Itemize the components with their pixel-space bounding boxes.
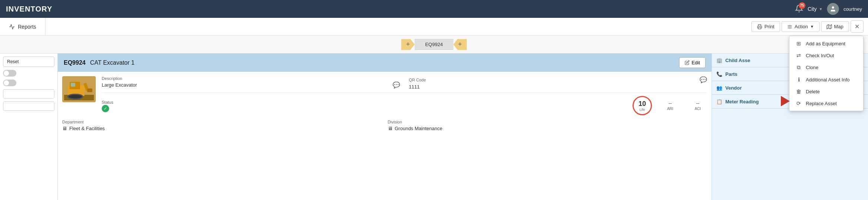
description-value: Large Excavator [102, 82, 137, 88]
reports-icon [9, 24, 15, 30]
user-avatar[interactable] [827, 3, 839, 15]
description-label: Description [102, 76, 400, 81]
svg-rect-15 [87, 88, 92, 92]
parts-title: 📞 Parts [716, 71, 738, 77]
map-button[interactable]: Map [821, 21, 849, 32]
print-icon [757, 24, 762, 29]
add-equipment-icon: ⊞ [795, 41, 802, 46]
tab-bar: + EQ9924 + [0, 36, 868, 54]
dropdown-additional-info[interactable]: ℹ Additional Asset Info [789, 74, 863, 86]
meter-label: Meter Reading [725, 99, 759, 104]
additional-info-label: Additional Asset Info [806, 77, 850, 83]
department-value-row: 🖥 Fleet & Facilities [62, 126, 382, 131]
toggle-2[interactable] [3, 80, 16, 86]
excavator-image [64, 78, 94, 100]
select-row[interactable]: ▼ [3, 89, 54, 99]
division-value: Grounds Maintenance [395, 126, 443, 131]
department-label: Department [62, 120, 382, 124]
department-icon: 🖥 [62, 126, 67, 131]
asset-details: Description Large Excavator 💬 QR Code 💬 … [102, 76, 707, 115]
svg-marker-5 [827, 25, 831, 29]
asset-panel: EQ9924 CAT Excavator 1 Edit [58, 54, 712, 200]
clone-icon: ⧉ [795, 64, 802, 71]
edit-button[interactable]: Edit [679, 57, 706, 68]
left-sidebar: Reset ▼ [0, 54, 58, 200]
map-icon [827, 24, 832, 29]
top-navigation: INVENTORY 75 City ▼ courtney [0, 0, 868, 18]
action-dropdown-menu: ⊞ Add as Equipment ⇄ Check In/Out ⧉ Clon… [789, 36, 864, 111]
app-title: INVENTORY [6, 5, 795, 13]
dropdown-add-equipment[interactable]: ⊞ Add as Equipment [789, 38, 863, 49]
ari-label: ARI [667, 107, 674, 111]
close-button[interactable]: ✕ [850, 20, 864, 33]
qr-code-value: 1111 [409, 84, 707, 90]
select-input[interactable] [3, 90, 54, 98]
action-label: Action [795, 24, 808, 29]
person-icon [830, 6, 836, 12]
reset-button[interactable]: Reset [3, 57, 54, 67]
description-comment-icon[interactable]: 💬 [393, 81, 400, 88]
dropdown-checkin-out[interactable]: ⇄ Check In/Out [789, 49, 863, 61]
info-icon: ℹ [795, 77, 802, 83]
close-icon: ✕ [855, 23, 859, 30]
aci-col: -- ACI [688, 100, 707, 111]
parts-label: Parts [725, 71, 738, 77]
edit-icon [685, 60, 690, 65]
dropdown-replace-asset[interactable]: ⟳ Replace Asset [789, 97, 863, 109]
asset-image [62, 76, 96, 102]
status-row-container: Status ✓ 10 Life -- ARI -- [102, 93, 707, 115]
replace-label: Replace Asset [806, 101, 837, 106]
meter-icon: 📋 [716, 99, 722, 104]
notification-bell[interactable]: 75 [795, 4, 803, 14]
vendor-title: 👥 Vendor [716, 85, 742, 91]
active-tab[interactable]: EQ9924 [415, 39, 453, 50]
city-selector[interactable]: City ▼ [808, 6, 823, 12]
edit-label: Edit [692, 60, 700, 65]
life-value: 10 [639, 100, 646, 108]
qr-comment-icon[interactable]: 💬 [700, 76, 707, 83]
svg-rect-13 [71, 83, 75, 87]
asset-name: CAT Excavator 1 [90, 59, 675, 66]
notification-count: 75 [799, 2, 805, 9]
user-name[interactable]: courtney [843, 6, 862, 12]
division-label: Division [388, 120, 707, 124]
add-equipment-label: Add as Equipment [806, 41, 845, 46]
status-check-icon: ✓ [102, 105, 109, 112]
vendor-icon: 👥 [716, 85, 722, 91]
aci-label: ACI [695, 107, 701, 111]
tab-arrow-right[interactable]: + [453, 39, 467, 50]
print-button[interactable]: Print [751, 21, 780, 32]
tab-plus-left: + [406, 41, 410, 48]
delete-icon: 🗑 [795, 88, 802, 94]
description-row: Description Large Excavator 💬 QR Code 💬 … [102, 76, 707, 90]
aci-value: -- [696, 100, 700, 106]
search-input[interactable] [3, 102, 54, 110]
child-assets-title: 🏢 Child Asse [716, 58, 750, 63]
delete-label: Delete [806, 89, 820, 94]
status-check-row: ✓ [102, 105, 624, 112]
division-col: Division 🖥 Grounds Maintenance [388, 120, 707, 131]
child-assets-icon: 🏢 [716, 58, 722, 63]
dropdown-clone[interactable]: ⧉ Clone [789, 61, 863, 74]
main-content: Reset ▼ EQ9924 CAT Excavator 1 [0, 54, 868, 200]
action-button[interactable]: Action ▼ [782, 21, 820, 32]
top-nav-right: 75 City ▼ courtney [795, 3, 862, 15]
asset-header: EQ9924 CAT Excavator 1 Edit [58, 54, 712, 72]
asset-body: Description Large Excavator 💬 QR Code 💬 … [58, 72, 712, 120]
ari-value: -- [669, 100, 672, 106]
tab-plus-right: + [458, 41, 462, 48]
reports-label: Reports [18, 24, 36, 30]
secondary-navigation: Reports Print Action ▼ [0, 18, 868, 36]
asset-id: EQ9924 [64, 59, 86, 66]
dropdown-delete[interactable]: 🗑 Delete [789, 86, 863, 97]
qr-code-label: QR Code [409, 78, 426, 82]
toggle-1[interactable] [3, 70, 16, 77]
tab-arrow-left[interactable]: + [401, 39, 415, 50]
action-dropdown-arrow: ▼ [810, 25, 814, 29]
division-value-row: 🖥 Grounds Maintenance [388, 126, 707, 131]
nav-actions: Print Action ▼ Map ✕ [751, 20, 868, 33]
clone-label: Clone [806, 65, 818, 70]
checkin-icon: ⇄ [795, 52, 802, 58]
replace-icon: ⟳ [795, 100, 802, 106]
reports-button[interactable]: Reports [0, 18, 45, 35]
